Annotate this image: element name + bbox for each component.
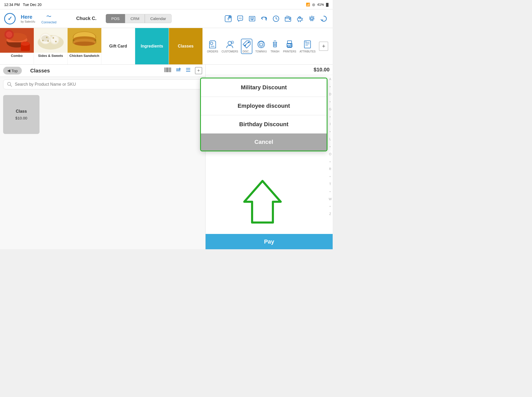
discount-label: DISC... [242, 50, 251, 53]
user-name: Chuck C. [76, 16, 96, 21]
svg-point-53 [74, 42, 95, 46]
svg-rect-8 [250, 17, 251, 18]
arrow-annotation [234, 178, 291, 226]
discount-birthday[interactable]: Birthday Discount [201, 115, 327, 133]
main-content: ◀ Top Classes [0, 65, 333, 249]
wifi-symbol: 〜 [46, 13, 51, 20]
svg-rect-10 [253, 17, 254, 18]
combo-image [0, 28, 34, 53]
piggybank-icon[interactable] [295, 14, 305, 23]
logo-sub: by SalesVu [21, 20, 35, 23]
attributes-label: ATTRIBUTES [300, 50, 316, 53]
svg-rect-18 [289, 19, 290, 20]
connected-label: Connected [41, 21, 56, 24]
svg-point-43 [46, 37, 48, 38]
printers-btn[interactable]: PRINTERS [283, 40, 296, 53]
svg-line-21 [302, 18, 303, 19]
svg-point-32 [6, 31, 12, 38]
svg-point-4 [239, 18, 240, 18]
svg-rect-13 [253, 19, 254, 19]
svg-point-5 [240, 18, 241, 18]
header: ✓ Here by SalesVu 〜 Connected Chuck C. P… [0, 9, 333, 28]
discount-popup: Military Discount Employee discount Birt… [200, 78, 327, 151]
category-sides[interactable]: Sides & Sweets [34, 28, 68, 64]
battery-display: 41% [317, 3, 324, 6]
svg-point-19 [297, 17, 302, 21]
location-icon: ◎ [312, 3, 315, 6]
svg-point-42 [42, 40, 44, 41]
sides-label: Sides & Sweets [38, 54, 63, 58]
category-chicken[interactable]: Chicken Sandwich [68, 28, 101, 64]
svg-point-25 [300, 18, 301, 19]
classes-label: Classes [178, 44, 194, 49]
customers-label: CUSTOMERS [222, 50, 238, 53]
category-ingredients[interactable]: Ingredients [135, 28, 169, 64]
ingredients-label: Ingredients [141, 44, 163, 49]
logo-text: Here [21, 14, 35, 20]
category-toolbar-bar: Combo Sides & Sweets [0, 28, 333, 65]
header-icons: t ⚙ [224, 14, 329, 23]
t-settings-icon[interactable]: t ⚙ [224, 14, 233, 23]
discount-military[interactable]: Military Discount [201, 78, 327, 97]
svg-rect-11 [250, 19, 251, 19]
giftcard-label: Gift Card [109, 44, 127, 49]
clock-icon[interactable] [271, 14, 281, 23]
wifi-icon: 📶 [306, 3, 310, 6]
svg-line-16 [276, 19, 277, 19]
svg-point-54 [210, 42, 213, 45]
trash-btn[interactable]: TRASH [270, 40, 280, 53]
orders-label: ORDERS [207, 50, 218, 53]
svg-point-45 [52, 37, 54, 39]
svg-point-44 [47, 40, 49, 42]
settings-gear-icon[interactable] [307, 14, 317, 23]
status-bar: 12:34 PM Tue Dec 20 📶 ◎ 41% ▓ [0, 0, 333, 9]
discount-overlay: Military Discount Employee discount Birt… [0, 65, 333, 249]
add-item-btn[interactable]: + [319, 42, 328, 51]
svg-text:⚙: ⚙ [229, 16, 231, 18]
svg-marker-96 [244, 181, 281, 223]
townvu-btn[interactable]: TOWNVU [255, 40, 267, 53]
svg-rect-12 [252, 19, 253, 20]
category-combo[interactable]: Combo [0, 28, 34, 64]
chicken-image [68, 28, 101, 53]
svg-rect-9 [252, 17, 253, 18]
combo-label: Combo [11, 54, 23, 58]
category-giftcard[interactable]: Gift Card [101, 28, 135, 64]
undo-icon[interactable] [259, 14, 269, 23]
svg-point-63 [260, 43, 262, 46]
nav-tabs: POS CRM Calendar [106, 14, 172, 23]
logo-checkmark: ✓ [4, 13, 16, 24]
orders-btn[interactable]: ORDERS [207, 40, 218, 53]
tab-calendar[interactable]: Calendar [145, 14, 172, 23]
refresh-circular-icon[interactable] [319, 14, 329, 23]
tab-crm[interactable]: CRM [125, 14, 145, 23]
svg-point-46 [55, 41, 57, 42]
wallet-icon[interactable] [283, 14, 293, 23]
register-icon[interactable] [247, 14, 257, 23]
time-display: 12:34 PM [4, 3, 20, 7]
svg-point-73 [291, 44, 292, 45]
svg-text:+: + [232, 41, 233, 44]
attributes-btn[interactable]: ATTRIBUTES [300, 40, 316, 53]
logo-area: ✓ [4, 13, 16, 24]
sides-image [34, 28, 68, 53]
svg-point-61 [244, 45, 246, 46]
svg-point-6 [241, 18, 242, 18]
discount-cancel-button[interactable]: Cancel [201, 133, 327, 151]
tab-pos[interactable]: POS [106, 14, 125, 23]
printers-label: PRINTERS [283, 50, 296, 53]
discount-employee[interactable]: Employee discount [201, 97, 327, 115]
wifi-area: 〜 Connected [41, 13, 56, 24]
battery-icon: ▓ [326, 3, 329, 6]
customers-btn[interactable]: + CUSTOMERS [222, 40, 238, 53]
svg-line-22 [302, 20, 303, 20]
date-display: Tue Dec 20 [23, 3, 42, 7]
discount-btn[interactable]: DISC... [241, 39, 252, 53]
svg-rect-74 [304, 41, 311, 48]
category-classes[interactable]: Classes [169, 28, 203, 64]
svg-point-34 [21, 42, 30, 46]
svg-point-41 [51, 36, 58, 43]
svg-rect-78 [305, 42, 306, 42]
trash-label: TRASH [271, 50, 279, 53]
chat-icon[interactable] [235, 14, 245, 23]
